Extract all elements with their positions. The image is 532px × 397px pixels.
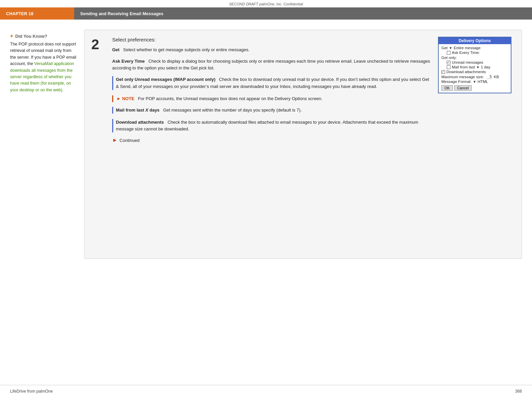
ok-button[interactable]: OK	[441, 85, 453, 91]
download-attachments-label: Download attachments	[446, 70, 486, 74]
max-message-size-unit: KB	[494, 75, 499, 79]
chapter-title: Sending and Receiving Email Messages	[74, 7, 532, 20]
select-preferences-title: Select preferences:	[112, 37, 432, 42]
intro-text: Select preferences:	[112, 37, 156, 42]
footer: LifeDrive from palmOne 368	[0, 385, 532, 397]
delivery-options-dialog: Delivery Options Get ▼ Entire message As…	[438, 37, 511, 93]
sidebar: + Did You Know? The POP protocol does no…	[10, 30, 84, 259]
step-content: Select preferences: Get Select whether t…	[112, 37, 432, 143]
step-number-text: 2	[91, 36, 99, 52]
section-download-attachments: Download attachments Check the box to au…	[112, 119, 432, 132]
dyk-green-text: VersaMail application downloads all mess…	[10, 61, 74, 92]
unread-messages-label: Unread messages	[452, 60, 483, 64]
message-format-value: HTML	[477, 80, 488, 84]
did-you-know-box: + Did You Know? The POP protocol does no…	[10, 33, 77, 93]
note-block: ► NOTE For POP accounts, the Unread mess…	[112, 95, 432, 102]
section-get-only-unread: Get only Unread messages (IMAP account o…	[112, 76, 432, 90]
ask-every-time-checkbox[interactable]	[447, 51, 450, 55]
dyk-title-text: Did You Know?	[15, 34, 47, 39]
continued-row: ► Continued	[112, 137, 432, 143]
get-only-label: Get only:	[441, 56, 457, 60]
message-format-label: Message Format:	[441, 80, 471, 84]
get-term: Get	[112, 47, 120, 52]
section-mail-from-last: Mail from last X days Get messages sent …	[112, 107, 432, 114]
dyk-body: The POP protocol does not support retrie…	[10, 41, 77, 93]
ask-every-time-label: Ask Every Time:	[452, 51, 480, 55]
continued-icon: ►	[112, 137, 118, 143]
get-label: Get	[441, 46, 448, 50]
watermark-text: SECOND DRAFT palmOne, Inc. Confidential	[229, 2, 303, 6]
delivery-title-text: Delivery Options	[459, 38, 491, 43]
mail-from-last-value: 1 day	[481, 65, 490, 69]
get-option-text: Entire message	[453, 46, 480, 50]
max-message-size-label: Maximum message size:	[441, 75, 484, 79]
ask-every-time-term: Ask Every Time	[112, 59, 145, 64]
download-attachments-checkbox[interactable]	[441, 70, 445, 74]
get-dropdown-icon[interactable]: ▼	[449, 46, 452, 50]
note-icon: ► NOTE	[117, 96, 134, 101]
chapter-label: CHAPTER 18	[0, 7, 74, 20]
get-only-unread-term: Get only Unread messages (IMAP account o…	[116, 77, 215, 82]
section-get: Get Select whether to get message subjec…	[112, 47, 432, 53]
mail-from-last-label: Mail from last	[452, 65, 475, 69]
dyk-title: + Did You Know?	[10, 33, 77, 39]
delivery-dialog-title: Delivery Options	[439, 37, 511, 44]
max-message-size-value: 5	[487, 74, 492, 79]
dropdown-icon-mail[interactable]: ▼	[476, 65, 479, 69]
step-row: 2 Select preferences: Get Select whether…	[91, 37, 432, 143]
footer-right: 368	[515, 389, 522, 394]
download-attachments-term: Download attachments	[116, 120, 164, 125]
cancel-button[interactable]: Cancel	[454, 85, 472, 91]
content-box: Delivery Options Get ▼ Entire message As…	[84, 30, 522, 259]
section-ask-every-time: Ask Every Time Check to display a dialog…	[112, 58, 432, 71]
watermark: SECOND DRAFT palmOne, Inc. Confidential	[0, 0, 532, 7]
mail-from-last-checkbox[interactable]	[447, 65, 450, 69]
continued-label: Continued	[120, 138, 139, 143]
mail-from-last-term: Mail from last X days	[116, 108, 159, 113]
chapter-header: CHAPTER 18 Sending and Receiving Email M…	[0, 7, 532, 20]
chapter-title-text: Sending and Receiving Email Messages	[80, 11, 163, 16]
footer-left: LifeDrive from palmOne	[10, 389, 53, 394]
dyk-plus-icon: +	[10, 33, 13, 39]
step-number: 2	[91, 37, 106, 52]
chapter-label-text: CHAPTER 18	[6, 11, 33, 16]
message-format-dropdown-icon[interactable]: ▼	[473, 80, 476, 84]
unread-messages-checkbox[interactable]	[447, 61, 450, 64]
